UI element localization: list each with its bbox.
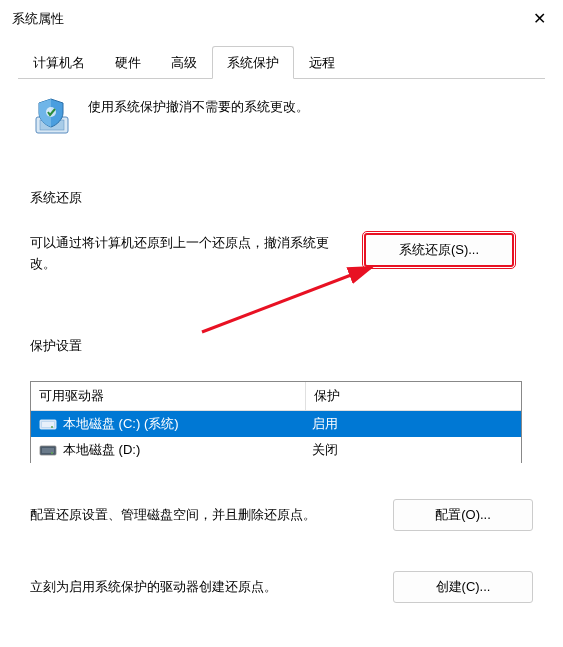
drive-icon: [39, 417, 57, 431]
dialog-content: 计算机名 硬件 高级 系统保护 远程 使用系统保护撤消不需要的系统更改。 系统还…: [0, 38, 563, 603]
drive-name: 本地磁盘 (D:): [63, 441, 140, 459]
config-row: 配置还原设置、管理磁盘空间，并且删除还原点。 配置(O)...: [30, 499, 533, 531]
column-header-drive[interactable]: 可用驱动器: [31, 382, 306, 411]
tab-computer-name[interactable]: 计算机名: [18, 46, 100, 78]
restore-description: 可以通过将计算机还原到上一个还原点，撤消系统更改。: [30, 233, 340, 275]
table-header: 可用驱动器 保护: [31, 382, 521, 411]
close-icon[interactable]: ✕: [529, 9, 549, 29]
column-header-status[interactable]: 保护: [306, 382, 521, 411]
create-row: 立刻为启用系统保护的驱动器创建还原点。 创建(C)...: [30, 571, 533, 603]
section-heading-restore: 系统还原: [30, 189, 533, 207]
intro-row: 使用系统保护撤消不需要的系统更改。: [30, 95, 533, 137]
drive-status: 启用: [312, 415, 513, 433]
restore-row: 可以通过将计算机还原到上一个还原点，撤消系统更改。 系统还原(S)...: [30, 233, 533, 275]
shield-icon: [30, 95, 72, 137]
tab-hardware[interactable]: 硬件: [100, 46, 156, 78]
table-row[interactable]: 本地磁盘 (D:) 关闭: [31, 437, 521, 463]
svg-point-2: [46, 107, 56, 117]
configure-button[interactable]: 配置(O)...: [393, 499, 533, 531]
system-restore-button[interactable]: 系统还原(S)...: [364, 233, 514, 267]
tab-panel-system-protection: 使用系统保护撤消不需要的系统更改。 系统还原 可以通过将计算机还原到上一个还原点…: [18, 79, 545, 603]
section-heading-settings: 保护设置: [30, 337, 533, 355]
tab-strip: 计算机名 硬件 高级 系统保护 远程: [18, 46, 545, 79]
drive-table: 可用驱动器 保护 本地磁盘 (C:) (系统) 启用: [30, 381, 522, 463]
create-description: 立刻为启用系统保护的驱动器创建还原点。: [30, 577, 369, 597]
window-title: 系统属性: [12, 10, 64, 28]
tab-system-protection[interactable]: 系统保护: [212, 46, 294, 79]
config-description: 配置还原设置、管理磁盘空间，并且删除还原点。: [30, 505, 369, 525]
svg-point-8: [51, 452, 53, 454]
drive-icon: [39, 443, 57, 457]
tab-advanced[interactable]: 高级: [156, 46, 212, 78]
table-row[interactable]: 本地磁盘 (C:) (系统) 启用: [31, 411, 521, 437]
drive-name: 本地磁盘 (C:) (系统): [63, 415, 179, 433]
create-button[interactable]: 创建(C)...: [393, 571, 533, 603]
tab-remote[interactable]: 远程: [294, 46, 350, 78]
titlebar: 系统属性 ✕: [0, 0, 563, 38]
drive-status: 关闭: [312, 441, 513, 459]
intro-text: 使用系统保护撤消不需要的系统更改。: [88, 95, 309, 117]
svg-point-5: [51, 426, 53, 428]
